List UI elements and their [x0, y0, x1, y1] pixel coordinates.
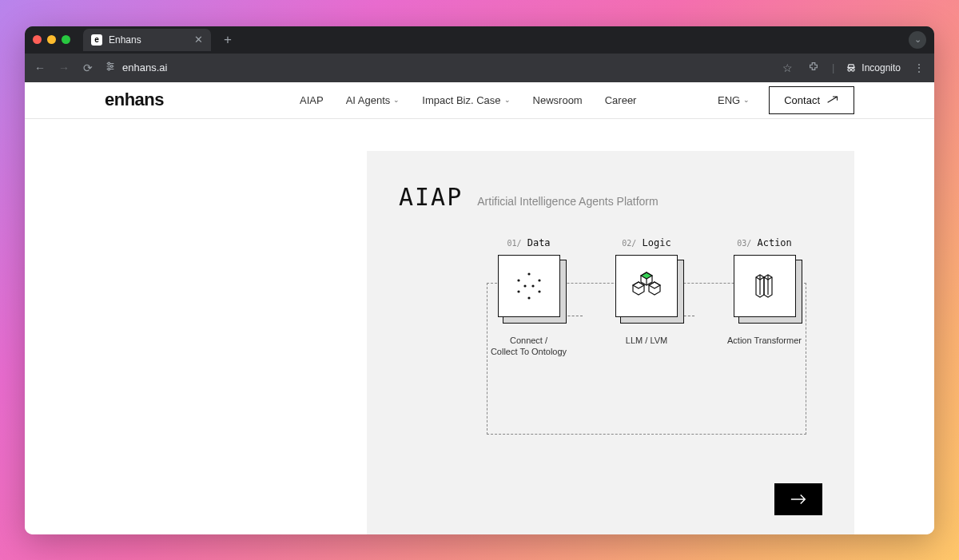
contact-label: Contact [784, 94, 820, 106]
toolbar-divider: | [832, 62, 834, 73]
address-bar: ← → ⟳ enhans.ai ☆ | [25, 54, 934, 82]
step-desc: LLM / LVM [605, 335, 689, 347]
incognito-badge[interactable]: Incognito [846, 62, 901, 73]
tab-title: Enhans [109, 34, 141, 46]
nav-label: AIAP [300, 94, 324, 106]
step-logic: 02/ Logic [605, 237, 689, 359]
site-settings-icon[interactable] [105, 61, 116, 74]
close-window-button[interactable] [33, 35, 42, 44]
step-action: 03/ Action [722, 237, 806, 359]
step-data: 01/ Data [487, 237, 571, 359]
step-number: 03/ [737, 239, 751, 248]
page-content: enhans AIAP AI Agents⌄ Impact Biz. Case⌄… [25, 82, 934, 534]
nav-label: AI Agents [346, 94, 391, 106]
language-label: ENG [718, 94, 740, 106]
browser-menu-icon[interactable]: ⋮ [912, 62, 926, 74]
next-button[interactable] [774, 483, 822, 515]
tab-bar: e Enhans ✕ + ⌄ [25, 26, 934, 54]
url-display[interactable]: enhans.ai [105, 61, 167, 74]
svg-point-12 [531, 284, 534, 287]
step-number: 01/ [507, 239, 521, 248]
maximize-window-button[interactable] [62, 35, 70, 44]
nav-label: Impact Biz. Case [422, 94, 500, 106]
servers-icon [746, 268, 783, 304]
nav-career[interactable]: Career [605, 94, 637, 106]
step-box [734, 255, 796, 317]
step-title: Logic [643, 237, 671, 248]
url-text: enhans.ai [122, 62, 167, 73]
minimize-window-button[interactable] [47, 35, 56, 44]
nav-ai-agents[interactable]: AI Agents⌄ [346, 94, 400, 106]
svg-point-14 [538, 290, 540, 292]
bookmark-icon[interactable]: ☆ [781, 62, 795, 74]
window-controls [33, 35, 70, 44]
nav-label: Career [605, 94, 637, 106]
main-nav: AIAP AI Agents⌄ Impact Biz. Case⌄ Newsro… [300, 94, 636, 106]
header-right: ENG ⌄ Contact [718, 86, 854, 114]
language-switch[interactable]: ENG ⌄ [718, 94, 750, 106]
nav-label: Newsroom [533, 94, 583, 106]
new-tab-button[interactable]: + [219, 32, 237, 48]
svg-point-6 [848, 68, 851, 71]
step-desc: Action Transformer [722, 335, 806, 347]
svg-point-3 [110, 66, 113, 68]
arrow-up-right-icon [826, 96, 839, 104]
tab-favicon: e [91, 34, 102, 46]
chevron-down-icon: ⌄ [393, 96, 400, 104]
svg-point-11 [523, 284, 526, 287]
step-box [615, 255, 678, 317]
browser-window: e Enhans ✕ + ⌄ ← → ⟳ enhans.ai [25, 26, 934, 534]
contact-button[interactable]: Contact [769, 86, 854, 114]
diagram-steps: 01/ Data [487, 237, 806, 359]
step-desc: Connect / Collect To Ontology [487, 335, 571, 359]
svg-point-13 [517, 290, 519, 292]
step-box [498, 255, 560, 317]
aiap-diagram: 01/ Data [399, 255, 822, 479]
back-icon[interactable]: ← [33, 62, 47, 74]
browser-chrome: e Enhans ✕ + ⌄ ← → ⟳ enhans.ai [25, 26, 934, 82]
svg-point-7 [852, 68, 855, 71]
hero-subtitle: Artificial Intelligence Agents Platform [477, 195, 658, 208]
svg-point-10 [538, 279, 540, 281]
hero-card: AIAP Artificial Intelligence Agents Plat… [367, 151, 854, 534]
chevron-down-icon: ⌄ [504, 96, 511, 104]
svg-point-8 [527, 272, 530, 275]
svg-point-5 [108, 68, 110, 70]
site-header: enhans AIAP AI Agents⌄ Impact Biz. Case⌄… [25, 82, 934, 119]
tabs-menu-button[interactable]: ⌄ [909, 31, 926, 49]
site-logo[interactable]: enhans [105, 89, 164, 110]
close-tab-icon[interactable]: ✕ [194, 34, 203, 46]
hero-title: AIAP [399, 183, 463, 211]
step-number: 02/ [622, 239, 636, 248]
arrow-right-icon [790, 494, 807, 505]
nav-newsroom[interactable]: Newsroom [533, 94, 583, 106]
chevron-down-icon: ⌄ [743, 96, 750, 104]
dots-icon [511, 268, 547, 304]
reload-icon[interactable]: ⟳ [81, 62, 95, 74]
step-title: Action [757, 237, 791, 248]
cubes-icon [628, 268, 665, 304]
incognito-label: Incognito [862, 62, 901, 73]
nav-impact-biz-case[interactable]: Impact Biz. Case⌄ [422, 94, 510, 106]
hero-title-row: AIAP Artificial Intelligence Agents Plat… [399, 183, 822, 211]
svg-point-15 [527, 296, 530, 299]
forward-icon[interactable]: → [57, 62, 71, 74]
step-title: Data [527, 237, 551, 248]
browser-tab[interactable]: e Enhans ✕ [83, 29, 211, 51]
extensions-icon[interactable] [806, 61, 821, 74]
hero-section: AIAP Artificial Intelligence Agents Plat… [25, 119, 934, 534]
svg-point-1 [108, 62, 110, 65]
nav-aiap[interactable]: AIAP [300, 94, 324, 106]
svg-point-9 [517, 279, 519, 281]
